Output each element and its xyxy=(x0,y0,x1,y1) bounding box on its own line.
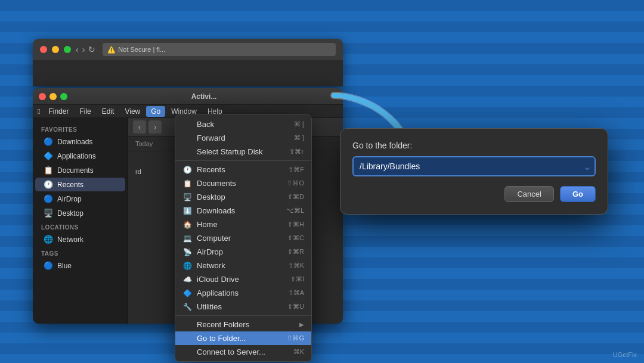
dialog-folder-input[interactable] xyxy=(352,156,596,176)
apple-icon[interactable]:  xyxy=(38,107,40,116)
finder-minimize-dot[interactable] xyxy=(49,93,57,100)
browser-minimize-dot[interactable] xyxy=(52,46,59,53)
go-menu-documents[interactable]: 📋 Documents ⇧⌘O xyxy=(175,176,311,190)
go-goto-folder-label: Go to Folder... xyxy=(197,334,246,343)
browser-reload-icon[interactable]: ↻ xyxy=(88,45,95,54)
go-downloads-shortcut: ⌥⌘L xyxy=(286,207,304,215)
go-menu-recent-folders[interactable]: Recent Folders ▶ xyxy=(175,318,311,331)
recents-menu-icon: 🕐 xyxy=(182,166,192,174)
go-forward-label: Forward xyxy=(197,134,225,142)
browser-maximize-dot[interactable] xyxy=(64,46,71,53)
go-menu-forward[interactable]: Forward ⌘ ] xyxy=(175,131,311,145)
sidebar-blue-tag-label: Blue xyxy=(57,262,72,270)
dialog-cancel-button[interactable]: Cancel xyxy=(504,186,553,202)
sidebar-item-recents[interactable]: 🕐 Recents xyxy=(35,178,125,191)
browser-toolbar: ‹ › ↻ ⚠️ Not Secure | fi... xyxy=(33,39,343,60)
go-back-shortcut: ⌘ [ xyxy=(294,120,304,128)
watermark: UGetFix xyxy=(613,351,637,358)
computer-menu-icon: 💻 xyxy=(182,234,192,243)
dialog-go-button[interactable]: Go xyxy=(560,186,596,202)
browser-forward-icon[interactable]: › xyxy=(82,45,85,54)
submenu-arrow-icon: ▶ xyxy=(299,321,304,328)
utilities-menu-icon: 🔧 xyxy=(182,303,192,311)
sidebar-item-desktop[interactable]: 🖥️ Desktop xyxy=(35,206,125,220)
menu-view[interactable]: View xyxy=(120,106,145,117)
go-utilities-label: Utilities xyxy=(197,302,222,311)
desktop-menu-icon: 🖥️ xyxy=(182,193,192,201)
go-network-shortcut: ⇧⌘K xyxy=(288,262,304,269)
sidebar-airdrop-label: AirDrop xyxy=(57,195,82,203)
dialog-buttons: Cancel Go xyxy=(352,186,596,202)
go-menu-connect-server[interactable]: Connect to Server... ⌘K xyxy=(175,345,311,359)
sidebar-item-network[interactable]: 🌐 Network xyxy=(35,232,125,246)
go-menu-downloads[interactable]: ⬇️ Downloads ⌥⌘L xyxy=(175,204,311,218)
go-airdrop-shortcut: ⇧⌘R xyxy=(287,248,304,256)
network-menu-icon: 🌐 xyxy=(182,262,192,270)
finder-title: Activi... xyxy=(71,92,337,101)
go-menu-back[interactable]: Back ⌘ [ xyxy=(175,117,311,131)
go-home-shortcut: ⇧⌘H xyxy=(287,221,304,228)
go-startup-shortcut: ⇧⌘↑ xyxy=(289,148,305,156)
go-startup-label: Select Startup Disk xyxy=(197,147,263,156)
finder-sidebar: Favorites 🔵 Downloads 🔷 Applications 📋 D… xyxy=(33,118,128,324)
go-documents-shortcut: ⇧⌘O xyxy=(287,179,304,187)
go-menu-recents[interactable]: 🕐 Recents ⇧⌘F xyxy=(175,163,311,176)
sidebar-downloads-label: Downloads xyxy=(57,138,92,146)
go-menu-startup[interactable]: Select Startup Disk ⇧⌘↑ xyxy=(175,145,311,159)
go-menu-icloud[interactable]: ☁️ iCloud Drive ⇧⌘I xyxy=(175,272,311,286)
applications-menu-icon: 🔷 xyxy=(182,289,192,297)
go-menu-utilities[interactable]: 🔧 Utilities ⇧⌘U xyxy=(175,300,311,314)
airdrop-menu-icon: 📡 xyxy=(182,248,192,256)
go-icloud-label: iCloud Drive xyxy=(197,275,239,284)
go-menu-home[interactable]: 🏠 Home ⇧⌘H xyxy=(175,218,311,231)
go-forward-shortcut: ⌘ ] xyxy=(294,134,304,142)
desktop-icon: 🖥️ xyxy=(44,209,53,218)
go-menu: Back ⌘ [ Forward ⌘ ] Select Startup Disk… xyxy=(175,114,312,362)
blue-tag-icon: 🔵 xyxy=(44,261,53,270)
go-computer-label: Computer xyxy=(197,234,231,243)
finder-back-button[interactable]: ‹ xyxy=(133,120,146,134)
go-menu-desktop[interactable]: 🖥️ Desktop ⇧⌘D xyxy=(175,190,311,204)
finder-maximize-dot[interactable] xyxy=(60,93,67,100)
finder-forward-button[interactable]: › xyxy=(148,120,162,134)
go-airdrop-label: AirDrop xyxy=(197,247,223,256)
go-goto-folder-shortcut: ⇧⌘G xyxy=(287,334,304,342)
documents-menu-icon: 📋 xyxy=(182,179,192,188)
sidebar-item-applications[interactable]: 🔷 Applications xyxy=(35,149,125,163)
menu-file[interactable]: File xyxy=(75,106,95,117)
browser-url-text: Not Secure | fi... xyxy=(118,46,165,53)
go-menu-goto-folder[interactable]: Go to Folder... ⇧⌘G xyxy=(175,331,311,345)
network-icon: 🌐 xyxy=(44,235,53,244)
sidebar-item-airdrop[interactable]: 🔵 AirDrop xyxy=(35,192,125,206)
sidebar-item-downloads[interactable]: 🔵 Downloads xyxy=(35,135,125,148)
menu-finder[interactable]: Finder xyxy=(44,106,73,117)
browser-nav: ‹ › ↻ xyxy=(76,45,95,54)
go-computer-shortcut: ⇧⌘C xyxy=(287,234,304,242)
go-menu-airdrop[interactable]: 📡 AirDrop ⇧⌘R xyxy=(175,245,311,259)
browser-back-icon[interactable]: ‹ xyxy=(76,45,79,54)
go-documents-label: Documents xyxy=(197,179,236,188)
applications-icon: 🔷 xyxy=(44,151,53,160)
menu-edit[interactable]: Edit xyxy=(97,106,119,117)
go-menu-applications[interactable]: 🔷 Applications ⇧⌘A xyxy=(175,286,311,300)
goto-folder-dialog: Go to the folder: ⌄ Cancel Go xyxy=(340,128,608,215)
go-menu-computer[interactable]: 💻 Computer ⇧⌘C xyxy=(175,231,311,245)
browser-lock-icon: ⚠️ xyxy=(107,46,116,54)
home-menu-icon: 🏠 xyxy=(182,221,192,229)
go-icloud-shortcut: ⇧⌘I xyxy=(290,275,304,283)
go-desktop-shortcut: ⇧⌘D xyxy=(287,193,304,201)
dialog-chevron-icon: ⌄ xyxy=(583,161,591,172)
browser-url-bar[interactable]: ⚠️ Not Secure | fi... xyxy=(103,43,336,56)
finder-close-dot[interactable] xyxy=(39,93,46,100)
downloads-menu-icon: ⬇️ xyxy=(182,207,192,215)
go-desktop-label: Desktop xyxy=(197,193,225,201)
recents-icon: 🕐 xyxy=(44,180,53,189)
go-menu-network[interactable]: 🌐 Network ⇧⌘K xyxy=(175,259,311,272)
go-connect-server-shortcut: ⌘K xyxy=(293,348,304,356)
menu-go[interactable]: Go xyxy=(146,106,165,117)
separator-2 xyxy=(175,315,311,316)
sidebar-item-documents[interactable]: 📋 Documents xyxy=(35,163,125,177)
documents-icon: 📋 xyxy=(44,166,53,175)
sidebar-item-blue-tag[interactable]: 🔵 Blue xyxy=(35,259,125,272)
browser-close-dot[interactable] xyxy=(40,46,47,53)
